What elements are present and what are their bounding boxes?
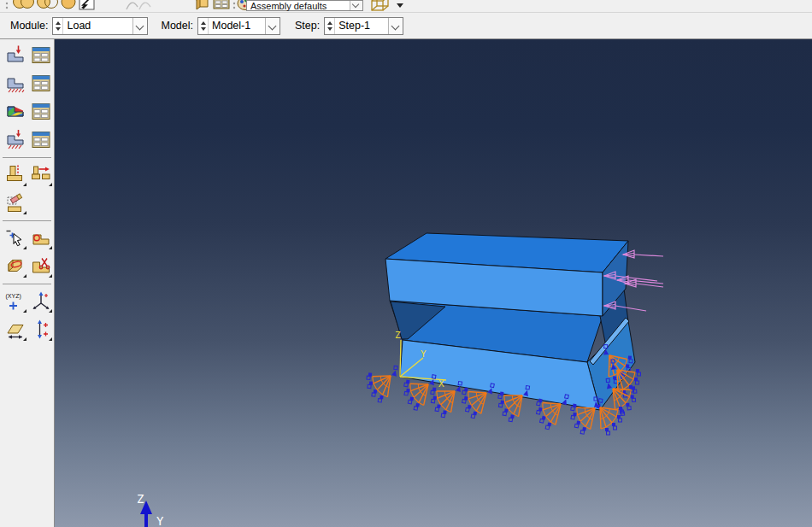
color-code-combo-value: Assembly defaults [250,1,327,11]
datum-axis-dimension-icon[interactable] [31,319,51,341]
step-combo[interactable]: Step-1 [324,17,403,35]
model-plates[interactable] [385,233,635,410]
model-triad-x-label: X [438,378,444,389]
chevron-down-icon[interactable] [350,1,362,10]
abaqus-cae-window: { "window": {"width": 950, "height": 617… [0,0,812,527]
datum-plane-icon[interactable] [5,319,26,341]
pointer-box-icon[interactable] [79,0,96,12]
main-area: (XYZ) [0,39,812,527]
datum-point-xyz-icon[interactable]: (XYZ) [5,290,26,313]
view-triad-y-label: Y [156,514,164,527]
model-label: Model: [161,20,193,32]
predefined-field-manager-icon[interactable] [31,101,51,123]
delete-feature-icon[interactable] [5,192,26,214]
model-spinner[interactable] [198,18,209,34]
load-arrow[interactable] [623,250,663,258]
create-load-icon[interactable] [5,44,26,67]
view-triad: ZY [137,492,164,527]
view-triad-z-label: Z [137,492,144,506]
toolbox-separator [3,157,51,158]
load-arrow[interactable] [617,276,663,284]
create-amplitude-icon[interactable] [5,164,26,186]
create-boundary-condition-icon[interactable] [5,73,26,95]
model-triad-y-label: Y [421,348,427,360]
toolbox-separator [3,284,51,284]
xyz-icon-label: (XYZ) [6,293,21,300]
chevron-down-icon[interactable] [132,18,147,34]
datum-axis-triad-icon[interactable] [31,290,51,313]
model-combo[interactable]: Model-1 [197,17,280,35]
table-icon[interactable] [213,0,230,12]
boundary-condition-manager-icon[interactable] [31,73,51,95]
edit-selection-icon[interactable] [5,227,26,249]
module-combo-value: Load [63,18,132,34]
create-fastener-icon[interactable] [31,164,51,186]
render-style-caret-icon[interactable] [397,3,403,8]
create-datum-block-icon[interactable] [5,255,26,278]
chevron-down-icon[interactable] [265,18,279,34]
separator-dots-icon [232,0,236,12]
chevron-down-icon[interactable] [388,18,403,34]
step-combo-value: Step-1 [335,18,388,34]
load-case-manager-icon[interactable] [31,129,51,151]
create-partition-icon[interactable] [31,227,51,249]
model-triad-z-label: Z [395,330,401,341]
top-toolbar-strip: Assembly defaults [0,0,812,13]
load-manager-icon[interactable] [31,44,51,67]
module-label: Module: [10,20,48,32]
module-spinner[interactable] [53,18,63,34]
load-module-toolbox: (XYZ) [0,39,55,527]
render-style-cube-icon[interactable] [369,0,391,12]
ellipse-pair-icon[interactable] [13,0,35,12]
drag-handle-icon [5,0,9,12]
scene-svg[interactable]: ZYXZY [55,39,811,527]
model-combo-value: Model-1 [209,18,265,34]
create-predefined-field-icon[interactable] [5,101,26,123]
cut-geometry-icon[interactable] [31,255,51,278]
color-code-combo[interactable]: Assembly defaults [246,0,363,11]
filled-circle-icon[interactable] [61,0,77,12]
ellipse-pair-alt-icon[interactable] [37,0,59,12]
toolbox-separator [3,220,51,221]
context-bar: Module: Load Model: Model-1 Step: Step-1 [0,13,812,39]
create-load-case-icon[interactable] [5,129,26,151]
step-spinner[interactable] [325,18,335,34]
bc-symbol[interactable] [364,363,397,403]
step-label: Step: [295,20,320,32]
module-combo[interactable]: Load [52,17,148,35]
part-box-icon[interactable] [194,0,211,12]
viewport-canvas[interactable]: ZYXZY [55,39,812,527]
spline-curves-icon[interactable] [125,0,152,12]
